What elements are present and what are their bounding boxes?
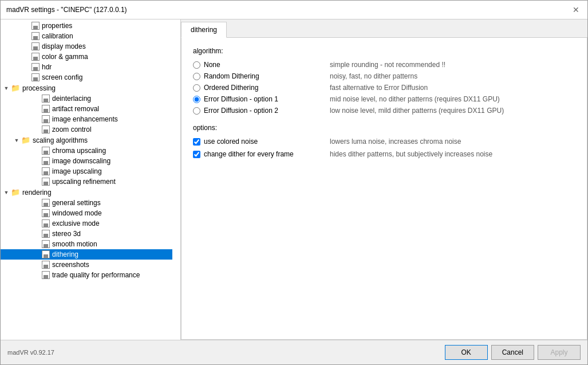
doc-icon	[42, 219, 50, 227]
checkbox-change-dither[interactable]	[193, 151, 200, 158]
expand-icon: ▼	[3, 85, 10, 92]
sidebar-item-upscaling-refinement[interactable]: upscaling refinement	[1, 176, 172, 187]
doc-icon	[42, 125, 50, 134]
sidebar-item-label: dithering	[52, 250, 78, 258]
checkbox-row-use-colored-noise: use colored noiselowers luma noise, incr…	[193, 138, 575, 146]
doc-icon	[42, 209, 50, 217]
sidebar-item-label: image downscaling	[52, 157, 111, 165]
sidebar-item-exclusive-mode[interactable]: exclusive mode	[1, 218, 172, 229]
folder-icon: 📁	[11, 84, 20, 92]
sidebar-item-hdr[interactable]: hdr	[1, 62, 172, 72]
sidebar-item-color-gamma[interactable]: color & gamma	[1, 52, 172, 62]
radio-row-random-dithering: Random Ditheringnoisy, fast, no dither p…	[193, 72, 575, 80]
ok-button[interactable]: OK	[445, 345, 488, 360]
radio-row-ordered-dithering: Ordered Ditheringfast alternative to Err…	[193, 84, 575, 92]
sidebar-item-general-settings[interactable]: general settings	[1, 198, 172, 208]
radio-none[interactable]	[193, 61, 200, 69]
sidebar-item-smooth-motion[interactable]: smooth motion	[1, 239, 172, 249]
options-label: options:	[193, 124, 575, 132]
sidebar-item-label: artifact removal	[52, 105, 99, 113]
sidebar-item-stereo-3d[interactable]: stereo 3d	[1, 229, 172, 239]
sidebar-item-label: general settings	[52, 199, 101, 207]
sidebar-item-screenshots[interactable]: screenshots	[1, 260, 172, 270]
radio-random-dithering[interactable]	[193, 73, 200, 80]
close-button[interactable]: ✕	[570, 4, 582, 15]
sidebar-item-chroma-upscaling[interactable]: chroma upscaling	[1, 146, 172, 156]
doc-icon	[42, 250, 50, 258]
radio-error-diffusion-2[interactable]	[193, 107, 200, 115]
tab-bar: dithering	[181, 19, 587, 38]
algorithm-label: algorithm:	[193, 47, 575, 55]
panel-content: algorithm: Nonesimple rounding - not rec…	[181, 38, 587, 340]
sidebar-item-label: scaling algorithms	[33, 136, 88, 144]
sidebar-item-display-modes[interactable]: display modes	[1, 41, 172, 52]
radio-label-error-diffusion-1[interactable]: Error Diffusion - option 1	[204, 95, 330, 103]
sidebar-item-label: zoom control	[52, 125, 92, 134]
sidebar-item-label: processing	[22, 84, 56, 92]
doc-icon	[31, 22, 40, 30]
sidebar-item-image-downscaling[interactable]: image downscaling	[1, 156, 172, 166]
sidebar-item-calibration[interactable]: calibration	[1, 31, 172, 41]
sidebar-item-dithering[interactable]: dithering	[1, 249, 172, 260]
radio-ordered-dithering[interactable]	[193, 84, 200, 92]
main-content: propertiescalibrationdisplay modescolor …	[1, 19, 587, 340]
doc-icon	[42, 147, 50, 155]
radio-row-error-diffusion-1: Error Diffusion - option 1mid noise leve…	[193, 95, 575, 103]
sidebar-item-label: trade quality for performance	[52, 271, 140, 279]
sidebar-item-screen-config[interactable]: screen config	[1, 72, 172, 83]
radio-label-ordered-dithering[interactable]: Ordered Dithering	[204, 84, 330, 92]
sidebar-item-label: deinterlacing	[52, 95, 91, 103]
radio-label-random-dithering[interactable]: Random Dithering	[204, 72, 330, 80]
radio-desc-random-dithering: noisy, fast, no dither patterns	[330, 72, 417, 80]
checkbox-label-change-dither[interactable]: change dither for every frame	[204, 150, 330, 158]
sidebar-item-processing[interactable]: ▼📁processing	[1, 83, 172, 93]
sidebar-item-deinterlacing[interactable]: deinterlacing	[1, 93, 172, 104]
sidebar-item-image-enhancements[interactable]: image enhancements	[1, 114, 172, 124]
sidebar-item-trade-quality[interactable]: trade quality for performance	[1, 270, 172, 280]
tab-dithering[interactable]: dithering	[181, 22, 227, 38]
sidebar-item-zoom-control[interactable]: zoom control	[1, 124, 172, 135]
doc-icon	[42, 95, 50, 103]
radio-desc-error-diffusion-2: low noise level, mild dither patterns (r…	[330, 107, 504, 115]
doc-icon	[31, 63, 40, 71]
radio-desc-error-diffusion-1: mid noise level, no dither patterns (req…	[330, 95, 500, 103]
sidebar-item-artifact-removal[interactable]: artifact removal	[1, 104, 172, 114]
cancel-button[interactable]: Cancel	[491, 345, 534, 360]
title-bar: madVR settings - "CINEPC" (127.0.0.1) ✕	[1, 1, 587, 19]
sidebar-item-label: color & gamma	[42, 53, 88, 61]
version-text: madVR v0.92.17	[7, 349, 54, 356]
apply-button[interactable]: Apply	[538, 345, 581, 360]
sidebar-item-image-upscaling[interactable]: image upscaling	[1, 166, 172, 176]
sidebar-item-label: smooth motion	[52, 240, 97, 248]
sidebar-item-label: hdr	[42, 63, 52, 71]
sidebar-item-rendering[interactable]: ▼📁rendering	[1, 187, 172, 198]
sidebar-item-properties[interactable]: properties	[1, 21, 172, 31]
radio-desc-none: simple rounding - not recommended !!	[330, 61, 445, 69]
window-title: madVR settings - "CINEPC" (127.0.0.1)	[6, 6, 127, 14]
checkbox-desc-change-dither: hides dither patterns, but subjectively …	[330, 150, 492, 158]
sidebar-item-windowed-mode[interactable]: windowed mode	[1, 208, 172, 218]
sidebar: propertiescalibrationdisplay modescolor …	[1, 19, 181, 340]
doc-icon	[31, 53, 40, 61]
doc-icon	[42, 230, 50, 238]
radio-label-error-diffusion-2[interactable]: Error Diffusion - option 2	[204, 107, 330, 115]
checkbox-use-colored-noise[interactable]	[193, 138, 200, 146]
sidebar-item-label: upscaling refinement	[52, 178, 116, 186]
checkbox-row-change-dither: change dither for every framehides dithe…	[193, 150, 575, 158]
radio-desc-ordered-dithering: fast alternative to Error Diffusion	[330, 84, 428, 92]
tab-dithering-label: dithering	[191, 26, 217, 34]
sidebar-item-scaling-algorithms[interactable]: ▼📁scaling algorithms	[1, 135, 172, 146]
doc-icon	[31, 42, 40, 50]
doc-icon	[42, 261, 50, 269]
doc-icon	[42, 157, 50, 165]
radio-label-none[interactable]: None	[204, 61, 330, 69]
sidebar-item-label: properties	[42, 22, 72, 30]
radio-error-diffusion-1[interactable]	[193, 96, 200, 103]
sidebar-item-label: chroma upscaling	[52, 147, 106, 155]
options-section: options: use colored noiselowers luma no…	[193, 124, 575, 158]
sidebar-item-label: stereo 3d	[52, 230, 81, 238]
sidebar-item-label: rendering	[22, 189, 52, 197]
bottom-bar: madVR v0.92.17 OK Cancel Apply	[1, 340, 587, 364]
checkbox-label-use-colored-noise[interactable]: use colored noise	[204, 138, 330, 146]
doc-icon	[31, 73, 40, 81]
